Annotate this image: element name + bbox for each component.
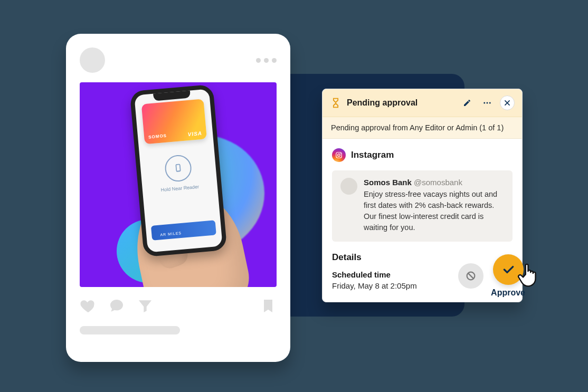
svg-point-5 [338, 154, 340, 157]
phone-mockup: SOMOS VISA Hold Near Reader AR MILES [130, 84, 227, 257]
post-copy: Enjoy stress-free vacays nights out and … [364, 189, 504, 233]
credit-card-graphic: SOMOS VISA [141, 99, 207, 144]
svg-point-1 [483, 102, 485, 104]
approve-label: Approve [491, 288, 525, 298]
nfc-prompt: Hold Near Reader [140, 152, 217, 194]
post-actions [80, 298, 277, 314]
account-avatar [340, 178, 357, 195]
phone-card-strip: AR MILES [151, 220, 216, 241]
svg-point-2 [487, 102, 488, 104]
platform-row: Instagram [332, 148, 513, 162]
card-network-label: VISA [187, 130, 202, 137]
svg-point-3 [489, 102, 491, 104]
approval-subtext: Pending approval from Any Editor or Admi… [323, 117, 522, 139]
hourglass-icon [330, 97, 342, 109]
nfc-icon [164, 154, 193, 183]
more-actions-button[interactable] [480, 95, 495, 110]
miles-label: AR MILES [160, 231, 182, 237]
approval-title: Pending approval [347, 98, 454, 108]
platform-name: Instagram [351, 150, 394, 160]
approval-header: Pending approval [323, 89, 522, 117]
bookmark-icon[interactable] [260, 298, 277, 314]
reject-button[interactable] [458, 263, 483, 289]
post-preview: Somos Bank @somosbank Enjoy stress-free … [332, 170, 513, 242]
account-line: Somos Bank @somosbank [364, 178, 504, 187]
instagram-icon [332, 148, 346, 162]
svg-rect-0 [176, 164, 180, 171]
svg-point-6 [340, 153, 341, 154]
filter-icon[interactable] [137, 298, 154, 314]
close-button[interactable] [500, 95, 515, 110]
instagram-post-card: SOMOS VISA Hold Near Reader AR MILES [66, 34, 290, 362]
comment-icon[interactable] [108, 298, 125, 314]
account-name: Somos Bank [364, 178, 412, 187]
cursor-pointer-icon [516, 257, 547, 289]
nfc-text: Hold Near Reader [143, 183, 217, 194]
post-image: SOMOS VISA Hold Near Reader AR MILES [80, 82, 277, 287]
avatar-placeholder [80, 47, 105, 73]
post-header [80, 47, 277, 73]
heart-icon[interactable] [80, 298, 97, 314]
approval-card: Pending approval Pending approval from A… [322, 89, 523, 302]
caption-placeholder [80, 326, 180, 334]
card-brand-label: SOMOS [148, 133, 167, 140]
account-handle: @somosbank [414, 178, 462, 187]
edit-button[interactable] [460, 95, 475, 110]
more-menu-icon[interactable] [256, 58, 277, 63]
